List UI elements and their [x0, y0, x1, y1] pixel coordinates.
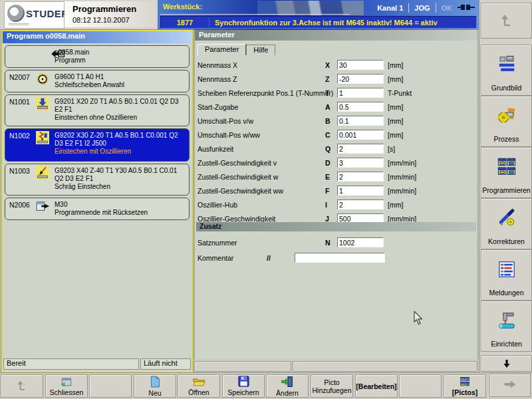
prozess-icon [497, 96, 517, 135]
softkey-korrekturen[interactable]: Korrekturen [481, 198, 532, 249]
program-block-n1002-selected[interactable]: N1002 G9202 X30 Z-20 T1 A0.5 B0.1 C0.001… [5, 128, 190, 162]
param-input-f[interactable] [337, 186, 384, 196]
toolbar-back-button[interactable] [1, 374, 43, 398]
block-number: N1003 [9, 166, 36, 175]
softkey-column: Grundbild Prozess Programmieren Korrektu… [479, 0, 532, 372]
button-label-line2: Hinzufuegen [313, 386, 352, 394]
pictos-icon [459, 376, 471, 388]
studer-logo: STUDER [4, 1, 65, 29]
param-input-x[interactable] [337, 60, 384, 70]
datetime: 08:12 12.10.2007 [72, 16, 130, 24]
pictos-button[interactable]: [Pictos] [444, 374, 486, 398]
korrekturen-icon [497, 199, 517, 237]
param-input-n[interactable] [337, 237, 384, 247]
program-block-n2007[interactable]: N2007 G9600 T1 A0 H1 Schleifscheiben Anw… [5, 70, 190, 92]
close-button[interactable]: Schliessen [45, 374, 88, 398]
save-button[interactable]: Speichern [222, 374, 265, 398]
button-label: Neu [148, 389, 161, 397]
program-block-n2006[interactable]: N2006 M30 Programmende mit Rücksetzen [5, 198, 190, 220]
param-unit: [mm] [388, 117, 403, 125]
param-label: Start-Zugabe [198, 103, 238, 111]
ok-status-label: OK [442, 4, 453, 12]
softkey-programmieren[interactable]: Programmieren [481, 147, 532, 198]
param-unit: T-Punkt [388, 89, 412, 97]
param-row-e: Zustell-Geschwindigkeit w E [mm/min] [198, 172, 475, 182]
page-title: Programmieren [72, 4, 136, 14]
param-label: Zustell-Geschwindigkeit ww [198, 187, 283, 195]
block-desc: Programm [55, 57, 186, 65]
program-block-main[interactable]: o0058.main Programm [5, 45, 190, 68]
param-unit: [mm/min] [388, 159, 416, 167]
meldungen-icon [497, 250, 517, 289]
param-input-a[interactable] [337, 102, 384, 112]
softkey-label: Einrichten [491, 340, 522, 351]
param-input-e[interactable] [337, 172, 384, 182]
parameter-tabs: Parameter Hilfe [198, 44, 275, 55]
param-row-b: Umschalt-Pos v/w B [mm] [198, 116, 475, 126]
param-letter: N [325, 239, 336, 247]
brand-subtext [9, 23, 29, 26]
param-unit: [mm/min] [388, 187, 416, 195]
studer-control-screen: STUDER Programmieren 08:12 12.10.2007 We… [0, 0, 532, 399]
block-number: N1001 [9, 96, 36, 106]
open-folder-icon [192, 376, 205, 388]
alarm-message: Synchronfunktion zur 3.Achse ist mit M64… [215, 19, 438, 27]
param-input-q[interactable] [337, 144, 384, 154]
picto-add-button[interactable]: Picto Hinzufuegen [311, 374, 353, 398]
arrow-down-icon [501, 356, 512, 371]
program-block-n1003[interactable]: N1003 G9203 X40 Z-40 T1 Y30 A0.5 B0.1 C0… [5, 164, 190, 196]
param-input-c[interactable] [337, 130, 384, 140]
param-letter: F [325, 187, 336, 195]
button-label: Speichern [227, 388, 259, 396]
einrichten-icon [497, 301, 517, 340]
param-unit: [mm/min] [388, 173, 416, 181]
param-row-c: Umschalt-Pos w/ww C [mm] [198, 130, 475, 140]
param-input-i[interactable] [337, 200, 384, 209]
softkey-einrichten[interactable]: Einrichten [481, 301, 532, 352]
softkey-scroll-down-button[interactable] [481, 355, 532, 372]
softkey-grundbild[interactable]: Grundbild [481, 45, 532, 96]
arrow-right-icon [503, 380, 517, 392]
button-label: [Pictos] [452, 388, 478, 396]
softkey-back-button[interactable] [481, 3, 532, 39]
program-end-icon [36, 200, 55, 215]
angular-plunge-icon [36, 166, 55, 182]
param-input-d[interactable] [337, 158, 384, 168]
program-panel: Programm o0058.main o0058.main Programm … [1, 30, 193, 372]
softkey-label: Korrekturen [488, 237, 525, 249]
change-button[interactable]: Ändern [266, 374, 309, 398]
workpiece-label: Werkstück: [163, 3, 202, 11]
param-label: Zustell-Geschwindigkeit v [198, 159, 277, 167]
param-input-z[interactable] [337, 74, 384, 84]
save-disk-icon [238, 376, 249, 388]
param-row-kommentar: Kommentar // [198, 253, 475, 263]
zusatz-section-header: Zusatz [196, 222, 476, 231]
header: STUDER Programmieren 08:12 12.10.2007 We… [0, 0, 479, 30]
toolbar-empty-slot-1 [89, 374, 132, 398]
new-button[interactable]: Neu [134, 374, 176, 398]
program-block-n1001[interactable]: N1001 G9201 X20 Z0 T1 A0.5 B0.1 C0.01 Q2… [5, 94, 190, 126]
param-row-d: Zustell-Geschwindigkeit v D [mm/min] [198, 158, 475, 168]
param-label: Nennmass Z [198, 75, 237, 83]
button-label: Öffnen [188, 388, 209, 396]
divider [408, 3, 409, 13]
edit-button[interactable]: [Bearbeiten] [355, 374, 398, 398]
softkey-meldungen[interactable]: Meldungen [481, 249, 532, 301]
param-row-t: Scheiben Referenzpunkt Pos.1 (T-Nummer) … [198, 88, 475, 98]
softkey-forward-button[interactable] [489, 374, 531, 397]
softkey-prozess[interactable]: Prozess [481, 96, 532, 147]
parameter-panel: Parameter Parameter Hilfe Nennmass X X [… [194, 30, 478, 359]
tab-parameter[interactable]: Parameter [198, 44, 246, 55]
param-input-t[interactable] [337, 88, 384, 98]
block-code: G9202 X30 Z-20 T1 A0.5 B0.1 C0.001 Q2 D3… [55, 132, 186, 148]
param-input-b[interactable] [337, 116, 384, 126]
param-letter: Q [325, 145, 336, 153]
param-unit: [mm] [388, 103, 403, 111]
workpiece-value: 1877 [161, 19, 209, 27]
param-letter: A [325, 103, 336, 111]
tab-hilfe[interactable]: Hilfe [246, 45, 275, 55]
open-button[interactable]: Öffnen [178, 374, 220, 398]
comment-input[interactable] [295, 253, 385, 263]
status-strip-right [293, 361, 477, 372]
block-desc: Programmende mit Rücksetzen [55, 209, 186, 217]
